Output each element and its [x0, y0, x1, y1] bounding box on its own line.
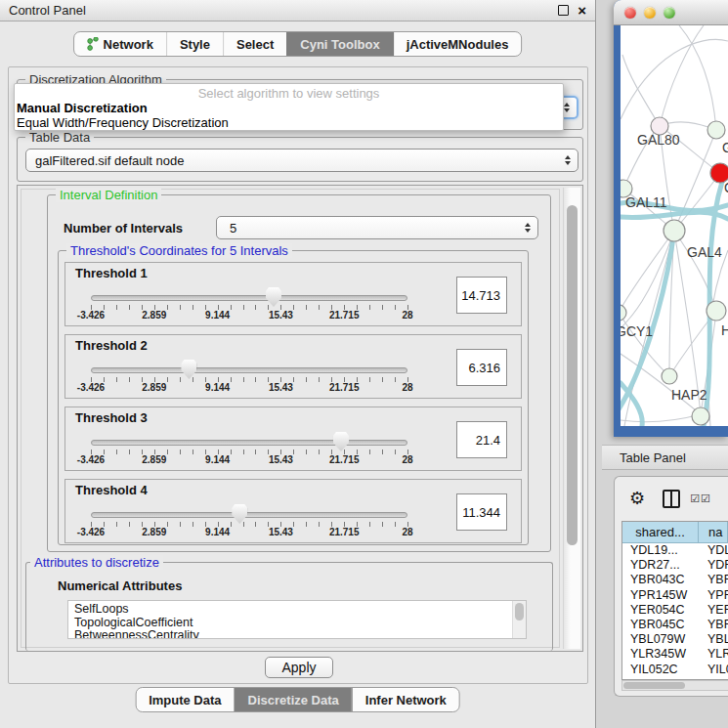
- number-of-intervals-label: Number of Intervals: [64, 221, 183, 236]
- node-label: HAP2: [671, 387, 707, 403]
- list-item[interactable]: TopologicalCoefficient: [68, 617, 526, 630]
- table-row[interactable]: YLR345WYLR3: [622, 647, 728, 662]
- table-row[interactable]: YDL19...YDL1: [622, 543, 728, 558]
- minimize-traffic-light-icon[interactable]: [644, 7, 656, 19]
- threshold-4-row: Threshold 4 -3.426 2.859 9.144 15.43 21.…: [64, 479, 522, 543]
- window-title: Control Panel: [9, 3, 549, 18]
- table-row[interactable]: YBL079WYBL0: [622, 632, 728, 647]
- threshold-2-value-field[interactable]: 6.316: [456, 349, 507, 386]
- tab-discretize-data[interactable]: Discretize Data: [235, 688, 352, 711]
- network-canvas[interactable]: GAL80 GA C GAL11 GAL4 GCY1 H HAP2: [621, 25, 728, 426]
- numerical-attributes-list[interactable]: SelfLoops TopologicalCoefficient Between…: [67, 600, 527, 639]
- scrollbar-thumb[interactable]: [515, 603, 524, 621]
- column-selector-icon[interactable]: [663, 490, 680, 508]
- thresholds-group-label: Threshold's Coordinates for 5 Intervals: [66, 243, 292, 258]
- gear-icon[interactable]: ⚙: [629, 490, 645, 507]
- attributes-group-label: Attributes to discretize: [30, 555, 163, 570]
- column-header-shared-name[interactable]: shared...: [622, 522, 699, 543]
- algorithm-dropdown-popup: Select algorithm to view settings Manual…: [14, 83, 564, 131]
- table-data-label: Table Data: [25, 130, 94, 145]
- number-of-intervals-value: 5: [217, 221, 525, 236]
- network-window-titlebar[interactable]: [614, 0, 728, 25]
- tab-style[interactable]: Style: [166, 32, 223, 56]
- tab-select[interactable]: Select: [223, 32, 286, 56]
- checkbox-filter-icons[interactable]: ☑☑: [690, 492, 711, 505]
- slider-ticks: [91, 522, 408, 527]
- table-data-value: galFiltered.sif default node: [26, 153, 565, 168]
- table-horizontal-scrollbar[interactable]: [621, 680, 728, 691]
- threshold-2-row: Threshold 2 -3.426 2.859 9.144 15.43 21.…: [64, 334, 522, 399]
- node-gcy1[interactable]: [621, 305, 626, 321]
- table-row[interactable]: YBR043CYBR0: [622, 573, 728, 587]
- scrollbar-thumb[interactable]: [567, 205, 578, 545]
- panel-scrollbar[interactable]: [563, 188, 580, 649]
- table-row[interactable]: YER054CYER0: [622, 603, 728, 618]
- threshold-3-slider-track[interactable]: [91, 440, 407, 446]
- node-top-right[interactable]: [707, 121, 725, 139]
- apply-button[interactable]: Apply: [265, 657, 333, 678]
- table-panel-title: Table Panel: [620, 450, 686, 465]
- node-label: C: [724, 180, 728, 195]
- table-row[interactable]: YIL052CYIL0: [622, 663, 728, 677]
- control-panel-window: Control Panel × Network Style Select Cyn…: [0, 0, 596, 728]
- threshold-1-slider-track[interactable]: [91, 295, 407, 301]
- table-data-combobox[interactable]: galFiltered.sif default node: [25, 149, 578, 172]
- threshold-4-slider-thumb[interactable]: [232, 504, 247, 524]
- settings-scroll-panel: Interval Definition Number of Intervals …: [17, 185, 583, 652]
- tab-impute-data[interactable]: Impute Data: [136, 688, 234, 711]
- node-table[interactable]: shared... na YDL19...YDL1 YDR27...YDR2 Y…: [621, 521, 728, 680]
- node-h[interactable]: [707, 301, 726, 321]
- number-of-intervals-combobox[interactable]: 5: [216, 216, 538, 239]
- threshold-1-value-field[interactable]: 14.713: [456, 277, 507, 314]
- network-icon: [87, 37, 99, 51]
- combo-spinner-icon: [564, 103, 570, 112]
- table-panel-titlebar[interactable]: Table Panel: [602, 445, 728, 470]
- threshold-1-slider-thumb[interactable]: [266, 287, 281, 307]
- threshold-4-slider-track[interactable]: [91, 512, 407, 518]
- table-data-group: Table Data galFiltered.sif default node: [17, 137, 583, 182]
- cyni-toolbox-panel: Discretization Algorithm Table Data galF…: [8, 66, 588, 684]
- control-panel-titlebar[interactable]: Control Panel ×: [0, 0, 595, 21]
- table-toolbar: ⚙ ☑☑: [615, 477, 728, 520]
- list-item[interactable]: SelfLoops: [68, 601, 526, 617]
- tab-infer-network[interactable]: Infer Network: [352, 688, 459, 711]
- table-row[interactable]: YBR045CYBR0: [622, 618, 728, 632]
- algorithm-option-manual[interactable]: Manual Discretization: [15, 101, 563, 115]
- close-traffic-light-icon[interactable]: [624, 7, 636, 19]
- table-header-row: shared... na: [622, 522, 728, 543]
- threshold-3-slider-thumb[interactable]: [333, 432, 349, 451]
- combo-spinner-icon: [565, 155, 571, 165]
- column-header-name[interactable]: na: [699, 522, 728, 543]
- slider-ticks: [91, 305, 408, 310]
- algorithm-option-equal-width[interactable]: Equal Width/Frequency Discretization: [15, 115, 563, 130]
- threshold-3-row: Threshold 3 -3.426 2.859 9.144 15.43 21.…: [64, 407, 522, 471]
- table-row[interactable]: YPR145WYPR1: [622, 588, 728, 603]
- float-window-icon[interactable]: [558, 5, 569, 16]
- node-label: GAL80: [637, 132, 680, 148]
- scrollbar-thumb[interactable]: [623, 682, 685, 689]
- combo-spinner-icon: [525, 223, 531, 233]
- threshold-2-slider-thumb[interactable]: [181, 360, 196, 379]
- list-scrollbar[interactable]: [512, 601, 526, 638]
- node-label: H: [721, 322, 728, 338]
- tab-cyni-toolbox[interactable]: Cyni Toolbox: [286, 32, 392, 56]
- tab-jactivemnodules[interactable]: jActiveMNodules: [393, 32, 522, 56]
- node-gal4[interactable]: [664, 220, 685, 241]
- bottom-tab-bar: Impute Data Discretize Data Infer Networ…: [135, 687, 460, 712]
- interval-definition-group: Interval Definition Number of Intervals …: [47, 194, 551, 552]
- threshold-4-value-field[interactable]: 11.344: [456, 493, 507, 531]
- slider-ticks: [91, 450, 408, 454]
- desktop: Control Panel × Network Style Select Cyn…: [0, 0, 728, 728]
- zoom-traffic-light-icon[interactable]: [664, 7, 675, 19]
- list-item[interactable]: BetweennessCentrality: [68, 629, 526, 639]
- node-hap2[interactable]: [662, 368, 677, 384]
- node-label: GA: [722, 140, 728, 155]
- table-row[interactable]: YDR27...YDR2: [622, 558, 728, 573]
- tab-network[interactable]: Network: [74, 32, 166, 56]
- threshold-2-slider-track[interactable]: [91, 367, 407, 373]
- numerical-attributes-label: Numerical Attributes: [58, 578, 182, 593]
- close-icon[interactable]: ×: [578, 6, 586, 16]
- attributes-group: Attributes to discretize Numerical Attri…: [25, 562, 553, 651]
- threshold-3-value-field[interactable]: 21.4: [456, 421, 507, 458]
- node-bottom[interactable]: [692, 407, 709, 425]
